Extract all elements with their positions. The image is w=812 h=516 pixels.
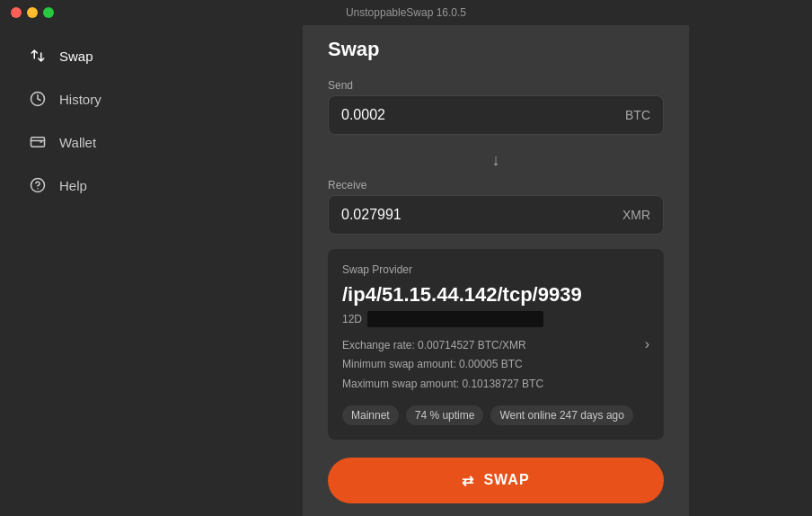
- sidebar-item-history-label: History: [59, 92, 102, 107]
- receive-label: Receive: [328, 179, 664, 191]
- send-currency: BTC: [625, 108, 650, 122]
- app-body: Swap History Wallet: [0, 25, 812, 516]
- main-content: Swap Send 0.0002 BTC ↓ Receive 0.027991 …: [180, 25, 812, 516]
- help-icon: [29, 176, 47, 194]
- provider-section[interactable]: Swap Provider /ip4/51.15.44.142/tcp/9939…: [328, 249, 664, 439]
- window-controls: [11, 7, 54, 18]
- swap-button-label: SWAP: [483, 472, 529, 488]
- app-title: UnstoppableSwap 16.0.5: [346, 6, 466, 19]
- send-field-box[interactable]: 0.0002 BTC: [328, 95, 664, 135]
- minimize-button[interactable]: [27, 7, 38, 18]
- receive-field-box[interactable]: 0.027991 XMR: [328, 195, 664, 235]
- sidebar-item-wallet[interactable]: Wallet: [7, 120, 172, 164]
- send-field-group: Send 0.0002 BTC: [328, 79, 664, 135]
- arrow-down-icon: ↓: [492, 151, 500, 170]
- receive-value: 0.027991: [341, 207, 402, 223]
- provider-id-prefix: 12D: [342, 313, 362, 325]
- badge-uptime: 74 % uptime: [406, 405, 484, 425]
- arrow-down-container: ↓: [328, 142, 664, 179]
- sidebar-item-history[interactable]: History: [7, 77, 172, 120]
- provider-badges: Mainnet 74 % uptime Went online 247 days…: [342, 405, 649, 425]
- sidebar-item-swap-label: Swap: [59, 49, 93, 64]
- provider-details: Exchange rate: 0.00714527 BTC/XMR Minimu…: [342, 336, 649, 395]
- receive-field-group: Receive 0.027991 XMR: [328, 179, 664, 235]
- sidebar-item-wallet-label: Wallet: [59, 135, 96, 150]
- swap-icon: [29, 47, 47, 65]
- swap-card: Swap Send 0.0002 BTC ↓ Receive 0.027991 …: [303, 25, 689, 516]
- badge-mainnet: Mainnet: [342, 405, 399, 425]
- provider-label: Swap Provider: [342, 263, 649, 276]
- sidebar: Swap History Wallet: [0, 25, 180, 516]
- send-value: 0.0002: [341, 107, 385, 123]
- titlebar: UnstoppableSwap 16.0.5: [0, 0, 812, 25]
- close-button[interactable]: [11, 7, 22, 18]
- sidebar-item-swap[interactable]: Swap: [7, 34, 172, 77]
- min-swap: Minimum swap amount: 0.00005 BTC: [342, 355, 649, 375]
- provider-id-row: 12D ████████████████: [342, 311, 649, 327]
- sidebar-item-help-label: Help: [59, 178, 87, 193]
- swap-title: Swap: [328, 38, 664, 61]
- history-icon: [29, 90, 47, 108]
- sidebar-item-help[interactable]: Help: [7, 164, 172, 207]
- swap-button[interactable]: ⇄ SWAP: [328, 458, 664, 503]
- send-label: Send: [328, 79, 664, 92]
- receive-currency: XMR: [622, 208, 650, 222]
- exchange-rate: Exchange rate: 0.00714527 BTC/XMR: [342, 336, 649, 356]
- provider-address: /ip4/51.15.44.142/tcp/9939: [342, 283, 649, 307]
- wallet-icon: [29, 133, 47, 151]
- provider-id-redacted: ████████████████: [367, 311, 543, 327]
- provider-chevron-icon: ›: [645, 336, 649, 352]
- swap-btn-icon: ⇄: [462, 472, 474, 489]
- badge-online: Went online 247 days ago: [490, 405, 633, 425]
- maximize-button[interactable]: [43, 7, 54, 18]
- max-swap: Maximum swap amount: 0.10138727 BTC: [342, 375, 649, 395]
